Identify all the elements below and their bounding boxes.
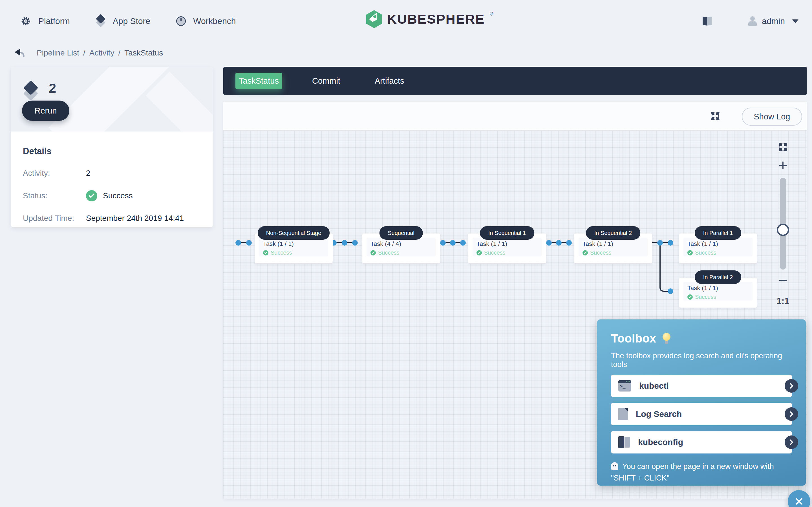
- breadcrumb-activity[interactable]: Activity: [89, 48, 114, 57]
- nav-label-app-store: App Store: [113, 16, 150, 26]
- task-title: Task (1 / 1): [688, 240, 749, 247]
- task-title: Task (4 / 4): [370, 240, 432, 247]
- task-item[interactable]: Task (1 / 1) Success: [683, 238, 753, 256]
- user-menu[interactable]: admin: [762, 16, 785, 26]
- chevron-right-icon[interactable]: [784, 436, 798, 449]
- updated-time-label: Updated Time:: [23, 214, 86, 223]
- chevron-down-icon[interactable]: [792, 19, 799, 23]
- success-check-icon: [688, 250, 693, 256]
- logo-wordmark: KUBESPHERE: [387, 10, 485, 28]
- toolbox-subtitle: The toolbox provides log search and cli'…: [611, 351, 792, 369]
- success-check-icon: [688, 294, 693, 300]
- toolbox-item-label: kubeconfig: [638, 438, 683, 447]
- fullscreen-icon[interactable]: [710, 111, 721, 121]
- task-title: Task (1 / 1): [688, 284, 749, 292]
- zoom-ratio-label[interactable]: 1:1: [773, 296, 793, 306]
- zoom-slider-handle[interactable]: [777, 224, 789, 236]
- stage-label: In Parallel 2: [695, 270, 742, 284]
- task-status-text: Success: [695, 294, 716, 300]
- activity-number: 2: [49, 80, 56, 96]
- stage-label: Non-Sequential Stage: [258, 226, 330, 240]
- user-avatar-icon: [748, 16, 757, 26]
- bulb-icon: [662, 333, 671, 344]
- task-status-text: Success: [695, 249, 716, 256]
- pipeline-stage: In Parallel 2 Task (1 / 1) Success: [679, 278, 757, 307]
- nav-label-platform: Platform: [38, 16, 70, 26]
- summary-card-header: 2 Rerun: [11, 67, 213, 131]
- back-arrow-icon[interactable]: [13, 47, 26, 59]
- breadcrumb-separator: /: [118, 48, 120, 57]
- stage-label: In Parallel 1: [695, 226, 742, 240]
- task-item[interactable]: Task (1 / 1) Success: [683, 282, 753, 300]
- pipeline-stage: In Sequential 1 Task (1 / 1) Success: [468, 233, 546, 263]
- docs-book-icon[interactable]: [703, 17, 712, 25]
- status-badge: Success: [103, 191, 133, 200]
- task-item[interactable]: Task (1 / 1) Success: [578, 238, 648, 256]
- task-status-text: Success: [590, 249, 612, 256]
- success-check-icon: [86, 190, 97, 202]
- breadcrumb-separator: /: [83, 48, 86, 57]
- detail-tabbar: TaskStatus Commit Artifacts: [223, 67, 807, 95]
- detail-row-activity: Activity: 2: [23, 169, 201, 178]
- task-item[interactable]: Task (4 / 4) Success: [366, 238, 436, 256]
- pipeline-stage: In Sequential 2 Task (1 / 1) Success: [574, 233, 652, 263]
- gear-icon: [20, 16, 31, 26]
- task-status-text: Success: [271, 249, 292, 256]
- show-log-button[interactable]: Show Log: [742, 108, 802, 126]
- toolbox-item-label: Log Search: [636, 409, 682, 419]
- card-watermark: [146, 71, 213, 131]
- nav-item-app-store[interactable]: App Store: [96, 15, 150, 27]
- toolbox-note-text: You can open the page in a new window wi…: [611, 462, 774, 482]
- breadcrumb-pipeline-list[interactable]: Pipeline List: [37, 48, 79, 57]
- pipeline-stage: Non-Sequential Stage Task (1 / 1) Succes…: [255, 233, 333, 263]
- task-title: Task (1 / 1): [582, 240, 644, 247]
- detail-row-updated: Updated Time: September 24th 2019 14:41: [23, 214, 201, 223]
- activity-value: 2: [86, 169, 91, 178]
- nav-item-platform[interactable]: Platform: [20, 16, 70, 26]
- stage-label: In Sequential 2: [586, 226, 640, 240]
- kubesphere-logo-mark: [366, 10, 382, 28]
- stage-label: Sequential: [379, 226, 423, 240]
- activity-label: Activity:: [23, 169, 86, 178]
- zoom-in-button[interactable]: +: [773, 156, 793, 174]
- book-icon: [618, 436, 630, 448]
- task-title: Task (1 / 1): [476, 240, 538, 247]
- nav-label-workbench: Workbench: [193, 16, 236, 26]
- nav-item-workbench[interactable]: Workbench: [176, 16, 236, 26]
- detail-row-status: Status: Success: [23, 190, 201, 202]
- zoom-out-button[interactable]: −: [773, 271, 793, 289]
- success-check-icon: [582, 250, 588, 256]
- kubesphere-logo[interactable]: KUBESPHERE ®: [366, 10, 493, 28]
- success-check-icon: [263, 250, 268, 256]
- toolbox-panel: Toolbox The toolbox provides log search …: [597, 320, 806, 486]
- task-item[interactable]: Task (1 / 1) Success: [472, 238, 542, 256]
- pipeline-stage: In Parallel 1 Task (1 / 1) Success: [679, 233, 757, 263]
- terminal-icon: >_: [618, 380, 631, 392]
- logo-registered-mark: ®: [490, 11, 493, 17]
- document-icon: [618, 408, 628, 420]
- tab-taskstatus[interactable]: TaskStatus: [236, 73, 282, 89]
- toolbox-item-log-search[interactable]: Log Search: [611, 403, 792, 425]
- chevron-right-icon[interactable]: [784, 407, 798, 421]
- task-status-text: Success: [378, 249, 400, 256]
- tab-artifacts[interactable]: Artifacts: [375, 76, 404, 86]
- canvas-fullscreen-icon[interactable]: [777, 142, 788, 152]
- task-item[interactable]: Task (1 / 1) Success: [259, 238, 328, 256]
- ghost-icon: [611, 462, 618, 470]
- success-check-icon: [476, 250, 482, 256]
- toolbox-item-kubeconfig[interactable]: kubeconfig: [611, 431, 792, 453]
- toolbox-item-kubectl[interactable]: >_ kubectl: [611, 375, 792, 397]
- stage-label: In Sequential 1: [480, 226, 534, 240]
- activity-summary-card: 2 Rerun Details Activity: 2 Status: Succ…: [11, 67, 213, 227]
- toolbox-item-label: kubectl: [639, 381, 669, 391]
- task-status-text: Success: [484, 249, 506, 256]
- details-title: Details: [23, 146, 201, 156]
- top-nav: Platform App Store Workbench KUBESPHERE …: [0, 0, 812, 42]
- tab-commit[interactable]: Commit: [312, 76, 340, 86]
- app-store-icon: [96, 15, 105, 27]
- task-title: Task (1 / 1): [263, 240, 324, 247]
- pipeline-stage: Sequential Task (4 / 4) Success: [362, 233, 440, 263]
- activity-icon: [23, 82, 38, 100]
- rerun-button[interactable]: Rerun: [22, 101, 69, 121]
- chevron-right-icon[interactable]: [784, 379, 798, 393]
